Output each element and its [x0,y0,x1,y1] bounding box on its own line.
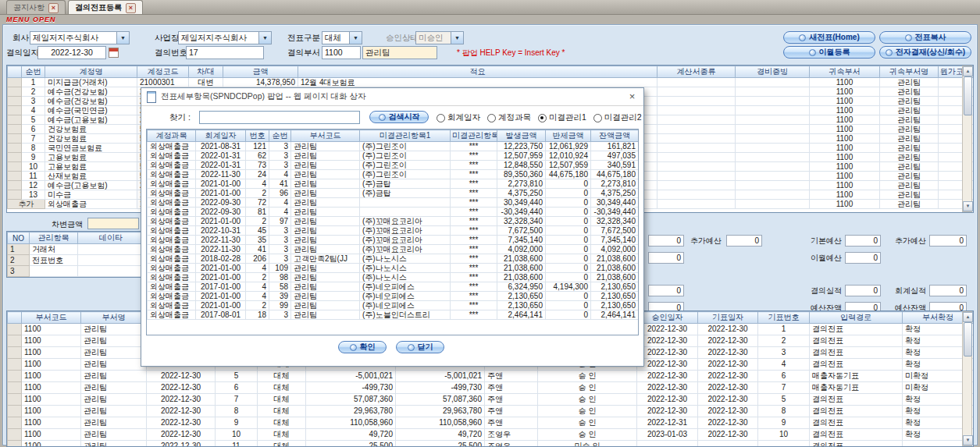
table-row[interactable]: 외상매출금2022-11-30244관리팀(주)그린조이***89,350,36… [148,170,639,179]
radio-icon[interactable] [538,114,547,122]
popup-title: 전표세부항목(SPNDCDPop) 팝업 -- 웹 페이지 대화 상자 [161,91,366,102]
help-text: * 팝업 HELP Key = Insert Key * [457,46,565,59]
radio-option[interactable]: 계정과목 [487,112,531,123]
confirm-button[interactable]: 확인 [338,341,387,353]
tab-notice[interactable]: 공지사항 × [6,0,66,14]
table-row[interactable]: 1100관리팀2022-12-3010대체49,72049,720조영우승 인2… [8,429,974,441]
table-row[interactable]: 외상매출금2022-01-31623관리팀(주)그린조이***12,507,95… [148,151,639,161]
column-header: 부서코드 [22,312,81,324]
extra-budget-label: 추가예산 [887,235,926,247]
column-header [8,66,22,78]
table-row[interactable]: 외상매출금2017-08-01183관리팀(주)노블인더스트리***2,464,… [148,310,639,320]
table-row[interactable]: 1100관리팀2022-12-307대체57,087,36057,087,360… [8,394,974,406]
site-label: 사업장 [155,31,180,44]
close-button[interactable]: 닫기 [396,341,444,353]
chevron-down-icon[interactable]: ▼ [349,32,362,44]
table-row[interactable]: 외상매출금2021-01-00299관리팀(주)네오피에스***2,130,65… [148,301,639,310]
radio-option[interactable]: 미결관리2 [593,112,642,123]
table-row[interactable]: 외상매출금2021-01-004109관리팀(주)나노시스***21,038,6… [148,264,639,273]
resolution-dept-label: 결의부서 [287,46,320,59]
column-header: NO [8,232,30,244]
top-grid-scrollbar[interactable]: ▲ ▼ [962,66,972,212]
radio-icon[interactable] [593,114,602,122]
search-start-button[interactable]: 검색시작 [369,111,429,123]
open-items-table: 계정과목회계일자번호순번부서코드미결관리항목1미결관리항목2발생금액반제금액잔액… [147,129,639,320]
table-row[interactable]: 1100관리팀2022-12-309대체110,058,960110,058,9… [8,417,974,429]
find-label: 찾기 : [169,111,191,124]
table-row[interactable]: 외상매출금2022-09-30724관리팀***30,349,440030,34… [148,198,639,208]
accounting-actual-label: 회계실적 [887,285,926,296]
table-row[interactable]: 외상매출금2022-11-30353관리팀(주)꼬매요코리아***7,345,1… [148,236,639,245]
scroll-up-icon[interactable]: ▲ [963,66,973,76]
new-slip-button[interactable]: 새전표(Home) [783,31,875,44]
table-row[interactable]: 외상매출금2017-01-00458관리팀(주)네오피에스***6,324,95… [148,282,639,292]
table-row[interactable]: 외상매출금2018-02-282063고객만족2팀(JJ(주)나노시스***21… [148,254,639,264]
tab-bar: 공지사항 × 결의전표등록 × [0,0,980,15]
tab-notice-label: 공지사항 [13,2,45,13]
table-row[interactable]: 외상매출금2022-09-30814관리팀***-30,349,4400-30,… [148,208,639,217]
document-icon [147,91,156,103]
table-row[interactable]: 외상매출금2021-01-00296관리팀(주)금탑***4,375,25004… [148,189,639,198]
table-row[interactable]: 외상매출금2021-01-00298관리팀(주)나노시스***21,038,60… [148,273,639,282]
radio-icon[interactable] [437,114,445,122]
menu-open-button[interactable]: MENU OPEN [6,16,56,23]
column-header: 승인일자 [637,312,698,324]
search-radio-group: 회계일자계정과목미결관리1미결관리2 [437,112,649,124]
chevron-down-icon[interactable]: ▼ [451,32,463,44]
table-row[interactable]: 3 [8,266,144,277]
approve-select[interactable]: 미승인 ▼ [415,31,464,44]
resolution-no-field[interactable]: 17 [186,46,264,59]
extra-budget-field: 0 [929,235,967,247]
table-row[interactable]: 외상매출금2021-01-00441관리팀(주)금탑***2,273,81002… [148,179,639,189]
resolution-actual-label: 결의실적 [803,285,842,296]
table-row[interactable]: 1미지급금(거래처)21000301대변14,378,95012월 4대보험료1… [8,78,974,87]
carry-over-button[interactable]: 이월등록 [783,46,875,59]
table-row[interactable]: 1100관리팀2022-12-305대체-5,001,021-5,001,021… [8,371,974,382]
table-row[interactable]: 외상매출금2021-08-311213관리팀(주)그린조이***12,223,7… [148,142,639,151]
scroll-down-icon[interactable]: ▼ [963,435,973,445]
scroll-down-icon[interactable]: ▼ [963,201,973,211]
site-select[interactable]: 제일저지주식회사 ▼ [178,31,272,44]
calendar-icon[interactable] [109,48,119,58]
chevron-down-icon[interactable]: ▼ [116,32,129,44]
tab-voucher-register[interactable]: 결의전표등록 × [68,0,143,14]
close-icon[interactable]: × [626,91,638,103]
bottom-grid-scrollbar[interactable]: ▲ ▼ [962,311,972,446]
column-header: 금액 [223,66,298,78]
radio-option[interactable]: 미결관리1 [538,112,586,123]
table-row[interactable]: 1100관리팀2022-12-306대체-499,730-499,730주앤승 … [8,382,974,394]
table-row[interactable]: 2전표번호 [8,255,144,266]
approval-button[interactable]: 전자결재(상신/회수) [879,46,971,59]
column-header: 부서명 [81,312,147,324]
table-row[interactable]: 1100관리팀2022-12-308대체29,963,78029,963,780… [8,406,974,417]
column-header: 부서코드 [291,130,360,142]
scroll-thumb[interactable] [964,322,972,357]
copy-slip-button[interactable]: 전표복사 [879,31,971,44]
column-header: 번호 [246,130,269,142]
tab-close-icon[interactable]: × [48,3,59,13]
table-row[interactable]: 1100관리팀2022-12-3011대체25,50025,500조영우미승 인… [8,441,974,447]
table-row[interactable]: 외상매출금2022-01-31733관리팀(주)그린조이***12,848,55… [148,161,639,170]
table-row[interactable]: 외상매출금2021-01-00439관리팀(주)네오피에스***2,130,65… [148,292,639,301]
debit-amount-field [87,218,139,229]
column-header: 관리항목 [30,232,78,244]
new-slip-label: 새전표(Home) [809,32,859,43]
dept-code-field[interactable]: 1100 [322,46,361,59]
resolution-date-field[interactable]: 2022-12-30 [37,46,106,59]
table-row[interactable]: 외상매출금2022-11-30413관리팀(주)꼬매요코리아***4,092,0… [148,245,639,254]
radio-icon[interactable] [487,114,496,122]
table-row[interactable]: 1거래처 [8,244,144,255]
chevron-down-icon[interactable]: ▼ [258,32,271,44]
column-header: 데이타 [78,232,144,244]
table-row[interactable]: 외상매출금2022-10-31453관리팀(주)꼬매요코리아***7,672,5… [148,226,639,236]
scroll-thumb[interactable] [964,76,972,115]
tab-close-icon[interactable]: × [126,3,136,13]
slip-type-select[interactable]: 대체 ▼ [322,31,362,44]
column-header: 경비증빙 [736,66,810,78]
radio-option[interactable]: 회계일자 [437,112,480,123]
column-header [8,312,22,324]
table-row[interactable]: 외상매출금2021-01-00297관리팀(주)꼬매요코리아***32,328,… [148,217,639,226]
company-select[interactable]: 제일저지주식회사 ▼ [30,31,130,44]
search-input[interactable] [199,111,360,124]
scroll-up-icon[interactable]: ▲ [963,312,973,322]
